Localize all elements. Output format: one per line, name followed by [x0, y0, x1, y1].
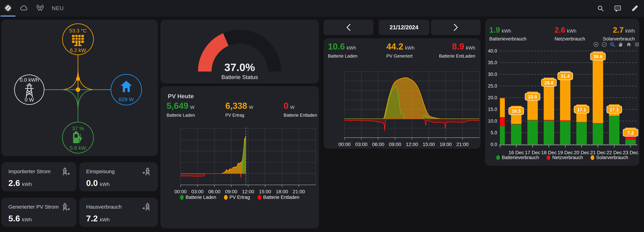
svg-text:00:00: 00:00 [174, 189, 187, 194]
stat-value: 2.6 [554, 26, 565, 34]
stat-card-title: Importierter Strom [8, 168, 70, 174]
tab-weather[interactable] [16, 0, 32, 16]
legend-item[interactable]: Batterie Entladen [258, 195, 299, 200]
svg-text:21:00: 21:00 [293, 189, 305, 194]
week-stat-netzverbrauch: 2.6kWh Netzverbrauch [554, 26, 585, 42]
svg-text:16 Dec: 16 Dec [508, 150, 524, 154]
legend-dot [258, 195, 261, 200]
prev-day-button[interactable] [324, 20, 374, 35]
svg-text:18 Dec: 18 Dec [541, 150, 557, 154]
svg-text:03:00: 03:00 [355, 142, 368, 147]
legend-label: Batterieverbrauch [502, 155, 539, 160]
transmission-tower-export-icon [61, 167, 70, 177]
svg-text:18:00: 18:00 [276, 189, 288, 194]
svg-text:06:00: 06:00 [208, 189, 220, 194]
next-day-button[interactable] [431, 20, 480, 35]
stat-label: PV Generiert [386, 54, 414, 59]
stat-card-einspeisung[interactable]: Einspeisung 0.0kWh [79, 162, 158, 191]
day-stat-pv-generiert: 44.2kWh PV Generiert [386, 42, 414, 59]
edit-pencil-icon[interactable] [631, 4, 639, 12]
svg-text:30.0: 30.0 [488, 72, 497, 77]
stat-label: Batterie Laden [328, 54, 358, 59]
legend-item[interactable]: Solarverbrauch [590, 155, 628, 160]
svg-text:5.0: 5.0 [490, 130, 497, 135]
battery-power: 5.6 kW [70, 145, 86, 151]
date-display-button[interactable]: 21/12/2024 [379, 20, 429, 35]
stat-card-generierter-pv-strom[interactable]: Generierter PV Strom 5.6kWh [2, 198, 76, 227]
svg-text:20.0: 20.0 [488, 95, 497, 100]
search-icon[interactable] [596, 4, 604, 12]
transmission-tower-import-icon [142, 202, 152, 212]
legend-label: PV Ertrag [230, 195, 250, 200]
tab-neu[interactable]: NEU [48, 0, 67, 16]
svg-text:40.0: 40.0 [488, 48, 497, 54]
week-stat-solarverbrauch: 2.7kWh Solarverbrauch [603, 26, 635, 42]
legend-item[interactable]: Batterieverbrauch [496, 155, 539, 160]
stat-value: 8.9 [452, 42, 464, 51]
legend-label: Batterie Laden [186, 195, 216, 200]
svg-text:12:00: 12:00 [406, 142, 418, 147]
stat-unit: kWh [346, 45, 356, 51]
chevron-left-icon [346, 24, 351, 31]
stat-label: Batterie Entladen [284, 113, 317, 118]
svg-text:17 Dec: 17 Dec [525, 150, 540, 154]
battery-node[interactable]: 37 % 5.6 kW [62, 122, 94, 153]
stat-card-importierter-strom[interactable]: Importierter Strom 2.6kWh [2, 162, 76, 191]
legend-dot [547, 155, 550, 160]
legend-label: Batterie Entladen [263, 195, 299, 200]
grid-node[interactable]: 0.0 kWh 0 W [14, 75, 44, 104]
day-stat-batterie-laden: 10.6kWh Batterie Laden [328, 42, 358, 59]
svg-text:17.1: 17.1 [610, 107, 619, 112]
svg-text:09:00: 09:00 [389, 142, 401, 147]
stat-card-hausverbrauch[interactable]: Hausverbrauch 7.2kWh [79, 198, 158, 227]
battery-charging-icon [73, 131, 82, 144]
legend-dot [224, 195, 228, 200]
assistant-chat-icon[interactable] [614, 4, 622, 12]
stat-label: Solarverbrauch [603, 36, 635, 42]
legend-dot [180, 195, 184, 200]
solar-power: 6.2 kW [70, 47, 86, 53]
grid-energy: 0.0 kWh [20, 77, 39, 83]
legend-dot [496, 155, 500, 160]
active-tab-underline [0, 16, 16, 16]
week-stat-batterieverbrauch: 1.9kWh Batterieverbrauch [489, 26, 526, 42]
stat-unit: W [290, 105, 294, 110]
stat-card-title: Generierter PV Strom [8, 204, 70, 210]
tab-network[interactable] [32, 0, 48, 16]
svg-text:00:00: 00:00 [338, 142, 350, 147]
svg-text:06:00: 06:00 [372, 142, 384, 147]
svg-text:22 Dec: 22 Dec [606, 150, 622, 154]
day-energy-chart[interactable]: 1000080006000400020000-2000-400000:0003:… [324, 64, 480, 148]
svg-text:16.5: 16.5 [512, 108, 521, 114]
legend-item[interactable]: Batterie Laden [180, 195, 216, 200]
stat-value: 6,338 [225, 102, 247, 110]
energy-flow-diagram: 53.3 °C 6.2 kW 0.0 kWh [2, 20, 158, 156]
stat-label: Batterie Laden [166, 113, 195, 118]
solar-panel-icon [72, 35, 84, 46]
day-stat-batterie-entladen: 8.9kWh Batterie EntLaden [439, 42, 475, 59]
legend-item[interactable]: PV Ertrag [224, 195, 250, 200]
home-node[interactable]: 629 W [111, 74, 142, 105]
pv-heute-title: PV Heute [168, 93, 194, 100]
svg-text:18:00: 18:00 [440, 142, 452, 147]
svg-text:-2000: -2000 [160, 125, 172, 126]
week-consumption-chart[interactable]: 0.05.010.015.020.025.030.035.040.016 Dec… [486, 46, 638, 154]
tab-overview[interactable] [0, 0, 16, 16]
pv-heute-chart[interactable]: 80006000400020000-200000:0003:0006:0009:… [160, 125, 319, 194]
stat-unit: W [249, 105, 253, 110]
svg-text:35.0: 35.0 [488, 60, 497, 65]
svg-text:15.0: 15.0 [488, 107, 497, 112]
stat-card-value: 2.6 [8, 178, 20, 188]
sun-compass-icon [4, 4, 12, 12]
svg-text:-4000: -4000 [324, 64, 336, 66]
legend-item[interactable]: Netzverbrauch [547, 155, 583, 160]
stat-card-value: 5.6 [8, 214, 20, 223]
solar-node[interactable]: 53.3 °C 6.2 kW [62, 24, 94, 55]
svg-text:20 Dec: 20 Dec [574, 150, 590, 154]
stat-unit: kWh [625, 28, 635, 34]
svg-text:19 Dec: 19 Dec [558, 150, 573, 154]
stat-card-title: Einspeisung [86, 168, 151, 174]
cloud-icon [20, 4, 28, 12]
stat-unit: kWh [466, 45, 475, 51]
stat-label: PV Ertrag [225, 113, 253, 118]
